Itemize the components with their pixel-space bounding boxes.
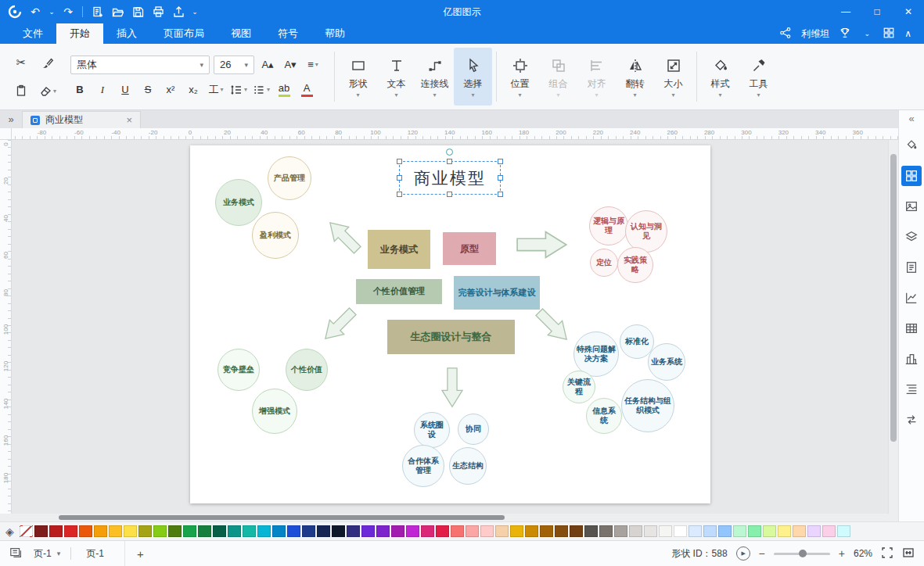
- tools-button[interactable]: 工具 ▾: [739, 48, 778, 106]
- add-page-button[interactable]: +: [132, 547, 149, 561]
- diagram-circle[interactable]: 定位: [590, 249, 618, 277]
- highlight-color-button[interactable]: ab: [275, 81, 293, 99]
- color-swatch[interactable]: [138, 525, 152, 537]
- size-button[interactable]: 大小 ▾: [654, 48, 692, 106]
- horizontal-scrollbar-thumb[interactable]: [59, 515, 505, 520]
- diagram-circle[interactable]: 生态结构: [449, 447, 487, 485]
- color-swatch[interactable]: [629, 525, 642, 537]
- table-panel-icon[interactable]: [901, 318, 922, 339]
- color-swatch[interactable]: [153, 525, 167, 537]
- trophy-caret[interactable]: ⌄: [861, 22, 873, 45]
- apps-grid-icon[interactable]: [883, 27, 895, 41]
- resize-handle-ne[interactable]: [498, 159, 503, 164]
- diagram-circle[interactable]: 业务系统: [648, 343, 685, 381]
- diagram-circle[interactable]: 协同: [458, 414, 489, 445]
- color-swatch[interactable]: [748, 525, 761, 537]
- document-tab[interactable]: 商业模型 ×: [22, 111, 141, 128]
- block-arrow-down-left[interactable]: [318, 305, 359, 346]
- color-swatch[interactable]: [540, 525, 553, 537]
- image-panel-icon[interactable]: [901, 196, 922, 217]
- color-swatch[interactable]: [674, 525, 687, 537]
- text-tool-button[interactable]: 文本 ▾: [377, 48, 415, 106]
- outline-panel-icon[interactable]: [901, 379, 922, 399]
- resize-handle-w[interactable]: [397, 175, 402, 181]
- redo-button[interactable]: ↷: [58, 0, 78, 23]
- color-swatch[interactable]: [689, 525, 702, 537]
- infographic-panel-icon[interactable]: [901, 349, 922, 369]
- resize-handle-n[interactable]: [447, 159, 452, 164]
- color-swatch[interactable]: [421, 525, 434, 537]
- menu-symbols[interactable]: 符号: [264, 23, 311, 44]
- color-swatch[interactable]: [570, 525, 583, 537]
- color-swatch[interactable]: [64, 525, 77, 537]
- zoom-percent[interactable]: 62%: [854, 548, 872, 559]
- color-swatch[interactable]: [495, 525, 509, 537]
- block-arrow-down[interactable]: [432, 367, 473, 408]
- menu-file[interactable]: 文件: [9, 23, 56, 44]
- expand-tabs-icon[interactable]: »: [0, 111, 22, 128]
- resize-handle-e[interactable]: [498, 175, 503, 181]
- print-button[interactable]: [148, 0, 168, 23]
- note-panel-icon[interactable]: [901, 257, 922, 278]
- vertical-scrollbar[interactable]: [888, 140, 898, 514]
- swap-panel-icon[interactable]: [901, 410, 922, 430]
- position-button[interactable]: 位置 ▾: [501, 48, 539, 106]
- color-swatch[interactable]: [361, 525, 375, 537]
- user-name[interactable]: 利维坦: [801, 27, 829, 41]
- color-swatch[interactable]: [228, 525, 241, 537]
- diagram-circle[interactable]: 认知与洞见: [625, 210, 667, 253]
- share-icon[interactable]: [779, 27, 792, 41]
- color-swatch[interactable]: [614, 525, 627, 537]
- undo-button[interactable]: ↶: [25, 0, 45, 23]
- format-fill-icon[interactable]: [901, 135, 922, 156]
- color-swatch[interactable]: [317, 525, 330, 537]
- color-swatch[interactable]: [584, 525, 598, 537]
- color-swatch[interactable]: [599, 525, 613, 537]
- diagram-circle[interactable]: 个性价值: [286, 349, 328, 391]
- color-swatch[interactable]: [272, 525, 286, 537]
- eraser-button[interactable]: ▾: [38, 81, 58, 100]
- font-size-select[interactable]: 26 ▾: [214, 56, 254, 74]
- color-swatch[interactable]: [34, 525, 48, 537]
- horizontal-scrollbar[interactable]: [0, 514, 898, 521]
- color-swatch[interactable]: [168, 525, 182, 537]
- color-swatch[interactable]: [243, 525, 256, 537]
- collapse-ribbon-icon[interactable]: ∧: [904, 28, 911, 39]
- menu-insert[interactable]: 插入: [103, 23, 150, 44]
- symbol-library-icon[interactable]: [901, 166, 922, 186]
- underline-button[interactable]: U: [116, 81, 135, 99]
- presentation-play-button[interactable]: ▶: [736, 546, 750, 561]
- line-spacing-button[interactable]: ▾: [229, 81, 248, 99]
- color-swatch[interactable]: [466, 525, 479, 537]
- color-swatch[interactable]: [644, 525, 657, 537]
- trophy-icon[interactable]: [839, 27, 851, 41]
- color-swatch[interactable]: [94, 525, 107, 537]
- color-swatch[interactable]: [763, 525, 776, 537]
- zoom-out-button[interactable]: −: [759, 547, 765, 560]
- pages-panel-icon[interactable]: [9, 546, 23, 562]
- select-tool-button[interactable]: 选择 ▾: [454, 48, 492, 106]
- page-menu-button[interactable]: 页-1 ▾: [31, 547, 63, 561]
- font-color-button[interactable]: A: [297, 81, 316, 99]
- lay ers-panel-icon[interactable]: [901, 227, 922, 247]
- character-tool-button[interactable]: 工 ▾: [207, 81, 225, 99]
- menu-help[interactable]: 帮助: [311, 23, 358, 44]
- diagram-circle[interactable]: 实践策略: [617, 247, 653, 283]
- fullscreen-icon[interactable]: [881, 546, 893, 561]
- open-file-button[interactable]: [107, 0, 128, 23]
- font-family-select[interactable]: 黑体 ▾: [70, 56, 210, 74]
- diagram-box[interactable]: 个性价值管理: [356, 279, 442, 304]
- vertical-scrollbar-thumb[interactable]: [890, 154, 897, 442]
- zoom-slider[interactable]: [774, 553, 830, 555]
- color-swatch[interactable]: [183, 525, 196, 537]
- shrink-font-button[interactable]: A▾: [281, 56, 300, 73]
- color-swatch[interactable]: [347, 525, 360, 537]
- connector-tool-button[interactable]: 连接线 ▾: [415, 48, 454, 106]
- menu-home[interactable]: 开始: [56, 23, 103, 44]
- diagram-circle[interactable]: 增强模式: [252, 389, 297, 434]
- diagram-circle[interactable]: 盈利模式: [252, 212, 299, 259]
- color-swatch[interactable]: [332, 525, 345, 537]
- palette-pen-icon[interactable]: ◈: [5, 525, 14, 538]
- superscript-button[interactable]: x²: [161, 81, 180, 99]
- color-swatch[interactable]: [837, 525, 850, 537]
